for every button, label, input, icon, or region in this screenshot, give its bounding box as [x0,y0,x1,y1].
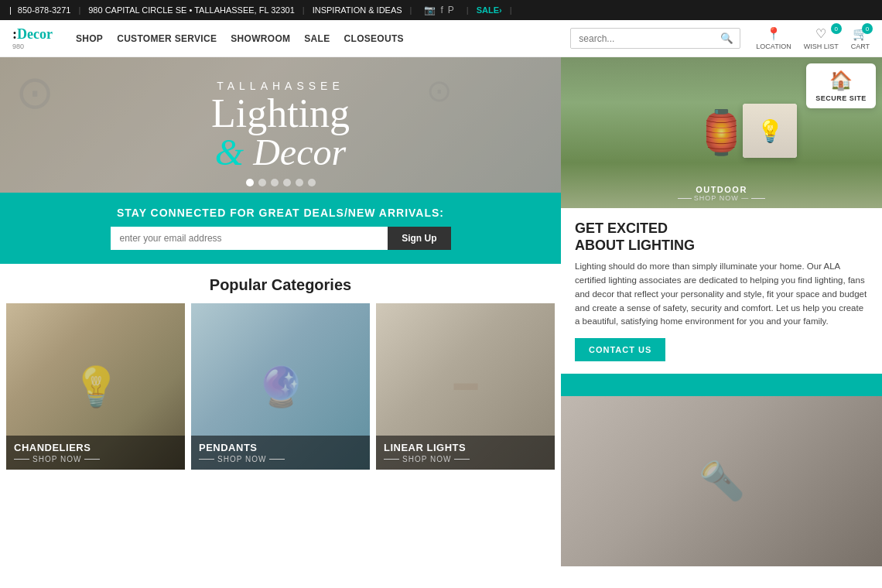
hero-subtitle: TALLAHASSEE [211,80,350,92]
left-content: ⊙ ⊙ TALLAHASSEE Lighting & Decor [0,57,561,566]
divider3: | [410,5,412,15]
pipe-divider: | [9,5,12,15]
secure-text: SECURE SITE [815,94,867,102]
category-linear[interactable]: ━ LINEAR LIGHTS SHOP NOW [376,303,555,470]
secure-badge: 🏠 SECURE SITE [806,63,876,108]
logo-sub: 980 [12,43,53,50]
search-button[interactable]: 🔍 [714,29,740,48]
inspiration-link[interactable]: INSPIRATION & IDEAS [313,5,402,15]
pendants-icon: 🔮 [257,364,305,409]
outdoor-title: OUTDOOR [561,185,882,194]
outdoor-bottom-label: OUTDOOR SHOP NOW — [561,185,882,202]
site-header: :Decor 980 SHOP CUSTOMER SERVICE SHOWROO… [0,20,882,57]
category-pendants[interactable]: 🔮 PENDANTS SHOP NOW [191,303,370,470]
main-nav: SHOP CUSTOMER SERVICE SHOWROOM SALE CLOS… [76,33,404,44]
sale-link[interactable]: SALE› [477,5,502,15]
pendants-shop: SHOP NOW [199,455,362,463]
right-panel: 🏮 OUTDOOR SHOP NOW — 🏠 SECURE SITE 💡 [561,57,882,566]
pendant-thumbnail[interactable]: 💡 [743,104,797,158]
location-action[interactable]: 📍 LOCATION [756,26,791,50]
chandeliers-name: CHANDELIERS [14,442,177,453]
main-layout: ⊙ ⊙ TALLAHASSEE Lighting & Decor [0,57,882,566]
divider4: | [467,5,469,15]
bottom-room-inner: 🔦 [561,396,882,566]
pendants-label: PENDANTS SHOP NOW [191,436,370,470]
categories-title: Popular Categories [6,276,555,294]
categories-section: Popular Categories 💡 CHANDELIERS SHOP NO… [0,264,561,476]
cart-label: CART [851,43,870,50]
logo[interactable]: :Decor 980 [12,26,53,50]
contact-us-button[interactable]: CONTACT US [575,338,665,361]
nav-sale[interactable]: SALE [304,33,330,44]
wishlist-badge: 0 [831,23,842,34]
categories-grid: 💡 CHANDELIERS SHOP NOW 🔮 [6,303,555,470]
bottom-room-image: 🔦 [561,396,882,566]
pinterest-icon[interactable]: P [448,5,454,15]
divider: | [78,5,80,15]
signup-button[interactable]: Sign Up [388,227,450,250]
get-excited-headline1: GET EXCITED [575,220,868,238]
nav-showroom[interactable]: SHOWROOM [231,33,290,44]
secure-icon: 🏠 [829,70,853,91]
newsletter-form: Sign Up [111,227,451,250]
nav-shop[interactable]: SHOP [76,33,103,44]
hero-main-title: Lighting [211,94,350,134]
outdoor-lamp-icon: 🏮 [695,108,748,158]
location-icon: 📍 [766,26,781,41]
hero-dot-6[interactable] [308,179,316,186]
hero-dot-4[interactable] [283,179,291,186]
chandeliers-label: CHANDELIERS SHOP NOW [6,436,185,470]
wishlist-action[interactable]: ♡ 0 WISH LIST [804,26,839,50]
pendant-thumb-inner: 💡 [743,104,797,158]
newsletter-section: STAY CONNECTED FOR GREAT DEALS/NEW ARRIV… [0,193,561,264]
location-label: LOCATION [756,43,791,50]
hero-amp: & Decor [211,134,350,171]
get-excited-body: Lighting should do more than simply illu… [575,260,868,329]
instagram-icon[interactable]: 📷 [424,5,436,15]
get-excited-headline2: ABOUT LIGHTING [575,238,868,255]
facebook-icon[interactable]: f [440,5,443,15]
cart-badge: 0 [862,23,873,34]
chandelier-left-deco: ⊙ [15,65,54,119]
header-actions: 📍 LOCATION ♡ 0 WISH LIST 🛒 0 CART [756,26,870,50]
linear-icon: ━ [454,364,477,409]
linear-label: LINEAR LIGHTS SHOP NOW [376,436,555,470]
hero-dot-3[interactable] [271,179,279,186]
heart-icon: ♡ [815,26,826,41]
outdoor-shop: SHOP NOW — [561,194,882,202]
bottom-lamp-icon: 🔦 [699,460,745,503]
logo-decor: Decor [17,26,53,42]
search-bar[interactable]: 🔍 [570,28,740,49]
linear-shop: SHOP NOW [384,455,547,463]
search-input[interactable] [571,29,714,48]
category-chandeliers[interactable]: 💡 CHANDELIERS SHOP NOW [6,303,185,470]
hero-text: TALLAHASSEE Lighting & Decor [211,80,350,171]
pendants-name: PENDANTS [199,442,362,453]
chandeliers-shop: SHOP NOW [14,455,177,463]
top-bar: | 850-878-3271 | 980 CAPITAL CIRCLE SE •… [0,0,882,20]
divider5: | [510,5,512,15]
hero-banner: ⊙ ⊙ TALLAHASSEE Lighting & Decor [0,57,561,193]
newsletter-heading: STAY CONNECTED FOR GREAT DEALS/NEW ARRIV… [19,207,542,219]
wishlist-label: WISH LIST [804,43,839,50]
hero-dots [246,179,316,186]
social-icons-group: 📷 f P [424,5,453,15]
hero-dot-5[interactable] [296,179,303,186]
chandelier-right-deco: ⊙ [426,73,453,108]
hero-dot-2[interactable] [258,179,266,186]
linear-name: LINEAR LIGHTS [384,442,547,453]
get-excited-section: GET EXCITED ABOUT LIGHTING Lighting shou… [561,208,882,374]
email-input[interactable] [111,227,388,250]
divider2: | [303,5,305,15]
chandelier-icon: 💡 [72,364,120,409]
cart-action[interactable]: 🛒 0 CART [851,26,870,50]
phone-number: 850-878-3271 [18,5,71,15]
nav-closeouts[interactable]: CLOSEOUTS [344,33,404,44]
hero-dot-1[interactable] [246,179,254,186]
nav-customer-service[interactable]: CUSTOMER SERVICE [117,33,217,44]
address-text: 980 CAPITAL CIRCLE SE • TALLAHASSEE, FL … [88,5,295,15]
